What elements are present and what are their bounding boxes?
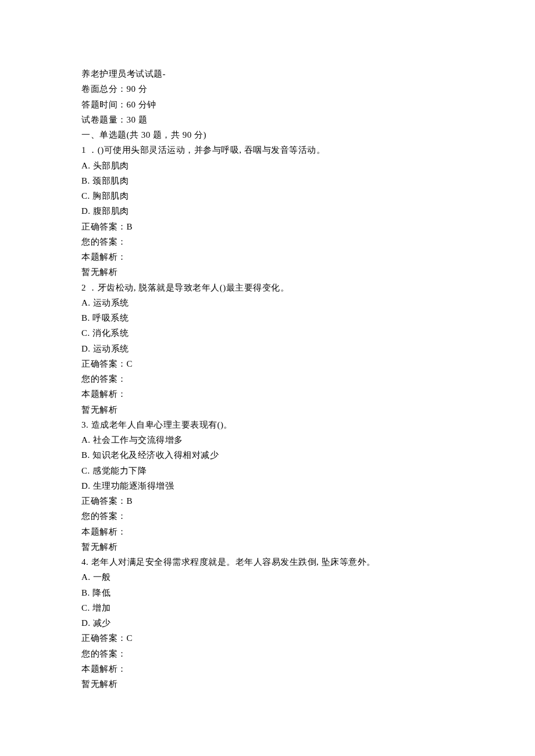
question-text: 造成老年人自卑心理主要表现有()。	[91, 420, 233, 429]
analysis-label: 本题解析：	[81, 386, 454, 402]
option-c: C. 消化系统	[81, 325, 454, 341]
option-b: B. 降低	[81, 585, 454, 600]
question-text: 老年人对满足安全得需求程度就是。老年人容易发生跌倒, 坠床等意外。	[91, 557, 376, 567]
section-title: 一、单选题(共 30 题，共 90 分)	[81, 127, 454, 142]
question-number: 1 ．	[81, 145, 98, 155]
option-c: C. 胸部肌肉	[81, 188, 454, 203]
question-stem: 4. 老年人对满足安全得需求程度就是。老年人容易发生跌倒, 坠床等意外。	[81, 554, 454, 569]
question-stem: 3. 造成老年人自卑心理主要表现有()。	[81, 417, 454, 432]
correct-answer: 正确答案：C	[81, 356, 454, 371]
option-b: B. 知识老化及经济收入得相对减少	[81, 447, 454, 463]
your-answer: 您的答案：	[81, 371, 454, 386]
correct-answer: 正确答案：B	[81, 493, 454, 508]
question-text: 牙齿松动, 脱落就是导致老年人()最主要得变化。	[98, 283, 290, 292]
question-number: 2 ．	[81, 283, 98, 292]
correct-answer: 正确答案：B	[81, 219, 454, 234]
analysis-label: 本题解析：	[81, 661, 454, 676]
option-a: A. 头部肌肉	[81, 158, 454, 173]
option-a: A. 运动系统	[81, 295, 454, 310]
option-a: A. 社会工作与交流得增多	[81, 432, 454, 447]
option-d: D. 腹部肌肉	[81, 203, 454, 218]
your-answer: 您的答案：	[81, 646, 454, 661]
option-d: D. 生理功能逐渐得增强	[81, 478, 454, 493]
option-a: A. 一般	[81, 569, 454, 585]
analysis-label: 本题解析：	[81, 249, 454, 264]
exam-title: 养老护理员考试试题-	[81, 66, 454, 81]
correct-answer: 正确答案：C	[81, 630, 454, 646]
question-number: 3.	[81, 420, 91, 429]
question-text: ()可使用头部灵活运动，并参与呼吸, 吞咽与发音等活动。	[98, 145, 326, 155]
total-score: 卷面总分：90 分	[81, 81, 454, 96]
analysis-content: 暂无解析	[81, 264, 454, 280]
option-c: C. 增加	[81, 600, 454, 615]
option-d: D. 运动系统	[81, 341, 454, 356]
your-answer: 您的答案：	[81, 508, 454, 524]
time-limit: 答题时间：60 分钟	[81, 97, 454, 112]
your-answer: 您的答案：	[81, 234, 454, 249]
question-stem: 2 ．牙齿松动, 脱落就是导致老年人()最主要得变化。	[81, 280, 454, 295]
analysis-content: 暂无解析	[81, 402, 454, 417]
analysis-label: 本题解析：	[81, 524, 454, 539]
option-b: B. 颈部肌肉	[81, 173, 454, 188]
option-c: C. 感觉能力下降	[81, 463, 454, 478]
question-stem: 1 ．()可使用头部灵活运动，并参与呼吸, 吞咽与发音等活动。	[81, 142, 454, 157]
question-count: 试卷题量：30 题	[81, 112, 454, 127]
question-number: 4.	[81, 557, 91, 567]
analysis-content: 暂无解析	[81, 676, 454, 691]
option-b: B. 呼吸系统	[81, 310, 454, 325]
analysis-content: 暂无解析	[81, 539, 454, 554]
option-d: D. 减少	[81, 615, 454, 630]
